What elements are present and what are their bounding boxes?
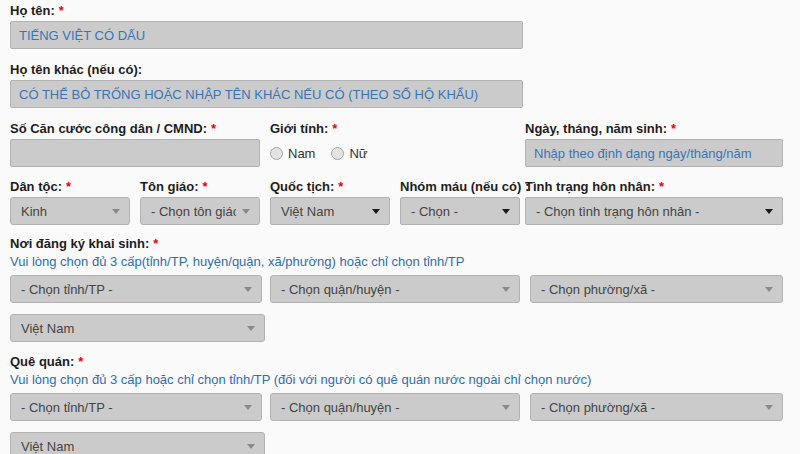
hometown-ward-value: - Chọn phường/xã - bbox=[541, 400, 655, 415]
marital-status-label: Tình trạng hôn nhân:* bbox=[525, 179, 783, 195]
chevron-down-icon bbox=[244, 405, 252, 410]
ethnicity-label: Dân tộc:* bbox=[10, 179, 130, 195]
nationality-label: Quốc tịch:* bbox=[270, 179, 390, 195]
id-number-label-text: Số Căn cước công dân / CMND: bbox=[10, 121, 207, 136]
birth-place-ward-select[interactable]: - Chọn phường/xã - bbox=[530, 275, 783, 303]
marital-status-select[interactable]: - Chọn tình trạng hôn nhân - bbox=[525, 197, 783, 225]
birth-place-country-select[interactable]: Việt Nam bbox=[10, 314, 265, 342]
chevron-down-icon bbox=[247, 444, 255, 449]
religion-value: - Chọn tôn giáo - bbox=[151, 204, 236, 219]
birth-place-province-select[interactable]: - Chọn tỉnh/TP - bbox=[10, 275, 262, 303]
chevron-down-icon bbox=[765, 209, 773, 214]
other-name-label: Họ tên khác (nếu có): bbox=[10, 62, 793, 78]
ethnicity-select[interactable]: Kinh bbox=[10, 197, 130, 225]
nationality-label-text: Quốc tịch: bbox=[270, 179, 334, 194]
birth-place-ward-value: - Chọn phường/xã - bbox=[541, 282, 655, 297]
chevron-down-icon bbox=[502, 209, 510, 214]
other-name-input[interactable] bbox=[10, 80, 523, 108]
nationality-value: Việt Nam bbox=[281, 204, 334, 219]
required-marker: * bbox=[78, 354, 83, 369]
birth-place-label-text: Nơi đăng ký khai sinh: bbox=[10, 236, 149, 251]
hometown-district-select[interactable]: - Chọn quận/huyện - bbox=[270, 393, 520, 421]
chevron-down-icon bbox=[372, 209, 380, 214]
blood-type-select[interactable]: - Chọn - bbox=[400, 197, 520, 225]
required-marker: * bbox=[338, 179, 343, 194]
id-number-input[interactable] bbox=[10, 139, 260, 167]
blood-type-label-text: Nhóm máu (nếu có) : bbox=[400, 179, 529, 194]
birth-place-hint: Vui lòng chọn đủ 3 cấp(tỉnh/TP, huyện/qu… bbox=[10, 254, 793, 269]
required-marker: * bbox=[153, 236, 158, 251]
required-marker: * bbox=[659, 179, 664, 194]
marital-status-label-text: Tình trạng hôn nhân: bbox=[525, 179, 655, 194]
birth-date-label: Ngày, tháng, năm sinh:* bbox=[525, 121, 783, 137]
gender-female-label[interactable]: Nữ bbox=[349, 146, 367, 161]
hometown-country-select[interactable]: Việt Nam bbox=[10, 432, 265, 454]
citizen-info-form: Họ tên:* Họ tên khác (nếu có): Số Căn cư… bbox=[0, 0, 800, 454]
nationality-select[interactable]: Việt Nam bbox=[270, 197, 390, 225]
gender-label: Giới tính:* bbox=[270, 121, 525, 137]
birth-date-input[interactable] bbox=[525, 139, 783, 167]
hometown-hint: Vui lòng chọn đủ 3 cấp hoặc chỉ chọn tỉn… bbox=[10, 372, 793, 387]
blood-type-label: Nhóm máu (nếu có) : bbox=[400, 179, 520, 195]
required-marker: * bbox=[59, 3, 64, 18]
birth-place-district-value: - Chọn quận/huyện - bbox=[281, 282, 400, 297]
required-marker: * bbox=[211, 121, 216, 136]
other-name-label-text: Họ tên khác (nếu có): bbox=[10, 62, 142, 77]
religion-label-text: Tôn giáo: bbox=[140, 179, 199, 194]
required-marker: * bbox=[66, 179, 71, 194]
hometown-ward-select[interactable]: - Chọn phường/xã - bbox=[530, 393, 783, 421]
hometown-district-value: - Chọn quận/huyện - bbox=[281, 400, 400, 415]
full-name-input[interactable] bbox=[10, 21, 523, 49]
marital-status-value: - Chọn tình trạng hôn nhân - bbox=[536, 204, 699, 219]
required-marker: * bbox=[203, 179, 208, 194]
gender-radio-group: Nam Nữ bbox=[270, 139, 525, 167]
full-name-label: Họ tên:* bbox=[10, 3, 793, 19]
chevron-down-icon bbox=[242, 209, 250, 214]
hometown-country-value: Việt Nam bbox=[21, 439, 74, 454]
chevron-down-icon bbox=[502, 405, 510, 410]
hometown-province-select[interactable]: - Chọn tỉnh/TP - bbox=[10, 393, 262, 421]
gender-male-label[interactable]: Nam bbox=[288, 146, 315, 161]
ethnicity-label-text: Dân tộc: bbox=[10, 179, 62, 194]
chevron-down-icon bbox=[112, 209, 120, 214]
gender-radio-male[interactable] bbox=[270, 147, 283, 160]
full-name-label-text: Họ tên: bbox=[10, 3, 55, 18]
hometown-label: Quê quán:* bbox=[10, 354, 793, 370]
religion-select[interactable]: - Chọn tôn giáo - bbox=[140, 197, 260, 225]
chevron-down-icon bbox=[502, 287, 510, 292]
chevron-down-icon bbox=[765, 405, 773, 410]
required-marker: * bbox=[671, 121, 676, 136]
birth-place-label: Nơi đăng ký khai sinh:* bbox=[10, 236, 793, 252]
chevron-down-icon bbox=[244, 287, 252, 292]
ethnicity-value: Kinh bbox=[21, 204, 47, 219]
hometown-label-text: Quê quán: bbox=[10, 354, 74, 369]
hometown-province-value: - Chọn tỉnh/TP - bbox=[21, 400, 113, 415]
chevron-down-icon bbox=[765, 287, 773, 292]
chevron-down-icon bbox=[247, 326, 255, 331]
religion-label: Tôn giáo:* bbox=[140, 179, 260, 195]
gender-radio-female[interactable] bbox=[331, 147, 344, 160]
birth-place-province-value: - Chọn tỉnh/TP - bbox=[21, 282, 113, 297]
birth-date-label-text: Ngày, tháng, năm sinh: bbox=[525, 121, 667, 136]
gender-label-text: Giới tính: bbox=[270, 121, 328, 136]
required-marker: * bbox=[332, 121, 337, 136]
birth-place-district-select[interactable]: - Chọn quận/huyện - bbox=[270, 275, 520, 303]
id-number-label: Số Căn cước công dân / CMND:* bbox=[10, 121, 260, 137]
birth-place-country-value: Việt Nam bbox=[21, 321, 74, 336]
blood-type-value: - Chọn - bbox=[411, 204, 458, 219]
